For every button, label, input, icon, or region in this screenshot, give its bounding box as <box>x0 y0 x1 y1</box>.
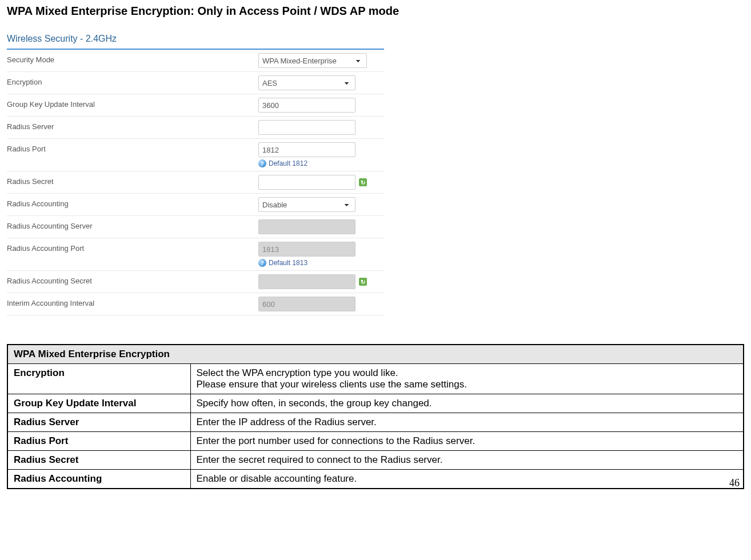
panel-title: Wireless Security - 2.4GHz <box>7 34 384 50</box>
table-row-desc: Specify how often, in seconds, the group… <box>190 394 744 413</box>
label-radius-accounting-port: Radius Accounting Port <box>7 242 258 253</box>
row-group-key: Group Key Update Interval <box>7 94 384 117</box>
table-row-label: Radius Port <box>7 432 190 451</box>
page-number: 46 <box>729 477 740 489</box>
label-radius-accounting: Radius Accounting <box>7 197 258 208</box>
table-row-desc: Enter the IP address of the Radius serve… <box>190 413 744 432</box>
radius-server-input[interactable] <box>258 120 355 135</box>
table-row-desc: Enter the secret required to connect to … <box>190 451 744 470</box>
label-radius-accounting-server: Radius Accounting Server <box>7 219 258 230</box>
table-row: Group Key Update IntervalSpecify how oft… <box>7 394 744 413</box>
radius-accounting-server-input <box>258 219 355 234</box>
table-row-label: Radius Accounting <box>7 470 190 489</box>
refresh-icon[interactable]: ↻ <box>359 278 367 286</box>
table-row-desc: Enable or disable accounting feature. <box>190 470 744 489</box>
label-radius-secret: Radius Secret <box>7 175 258 186</box>
settings-panel: Wireless Security - 2.4GHz Security Mode… <box>7 34 384 315</box>
table-row-label: Radius Server <box>7 413 190 432</box>
row-radius-accounting: Radius Accounting Disable <box>7 194 384 216</box>
table-row-desc: Enter the port number used for connectio… <box>190 432 744 451</box>
refresh-icon[interactable]: ↻ <box>359 178 367 186</box>
label-security-mode: Security Mode <box>7 53 258 64</box>
row-encryption: Encryption AES <box>7 72 384 94</box>
radius-accounting-port-hint-text: Default 1813 <box>269 259 307 267</box>
radius-port-input[interactable] <box>258 142 355 157</box>
table-row: Radius PortEnter the port number used fo… <box>7 432 744 451</box>
radius-port-hint: ? Default 1812 <box>258 159 384 167</box>
label-radius-port: Radius Port <box>7 142 258 153</box>
radius-accounting-port-input <box>258 242 355 257</box>
table-row: EncryptionSelect the WPA encryption type… <box>7 364 744 394</box>
table-row: Radius AccountingEnable or disable accou… <box>7 470 744 489</box>
table-row-label: Encryption <box>7 364 190 394</box>
row-radius-port: Radius Port ? Default 1812 <box>7 139 384 171</box>
label-radius-server: Radius Server <box>7 120 258 131</box>
group-key-input[interactable] <box>258 98 355 113</box>
definition-table: WPA Mixed Enterprise Encryption Encrypti… <box>7 344 744 489</box>
row-radius-accounting-secret: Radius Accounting Secret ↻ <box>7 271 384 293</box>
row-radius-accounting-port: Radius Accounting Port ? Default 1813 <box>7 238 384 271</box>
info-icon: ? <box>258 159 266 167</box>
label-encryption: Encryption <box>7 75 258 86</box>
table-row: Radius ServerEnter the IP address of the… <box>7 413 744 432</box>
table-row: Radius SecretEnter the secret required t… <box>7 451 744 470</box>
page-heading: WPA Mixed Enterprise Encryption: Only in… <box>7 5 744 18</box>
interim-interval-input <box>258 297 355 311</box>
row-radius-secret: Radius Secret ↻ <box>7 171 384 194</box>
label-interim-interval: Interim Accounting Interval <box>7 297 258 307</box>
row-security-mode: Security Mode WPA Mixed-Enterprise <box>7 50 384 72</box>
table-row-label: Group Key Update Interval <box>7 394 190 413</box>
label-group-key: Group Key Update Interval <box>7 98 258 109</box>
radius-secret-input[interactable] <box>258 175 355 190</box>
label-radius-accounting-secret: Radius Accounting Secret <box>7 274 258 285</box>
encryption-select[interactable]: AES <box>258 75 355 90</box>
table-row-desc: Select the WPA encryption type you would… <box>190 364 744 394</box>
table-row-label: Radius Secret <box>7 451 190 470</box>
info-icon: ? <box>258 259 266 267</box>
table-header-row: WPA Mixed Enterprise Encryption <box>7 345 744 364</box>
row-radius-accounting-server: Radius Accounting Server <box>7 216 384 238</box>
table-header: WPA Mixed Enterprise Encryption <box>7 345 744 364</box>
radius-port-hint-text: Default 1812 <box>269 159 307 167</box>
radius-accounting-port-hint: ? Default 1813 <box>258 259 384 267</box>
row-interim-interval: Interim Accounting Interval <box>7 293 384 315</box>
radius-accounting-secret-input <box>258 274 355 289</box>
security-mode-select[interactable]: WPA Mixed-Enterprise <box>258 53 367 68</box>
row-radius-server: Radius Server <box>7 117 384 139</box>
radius-accounting-select[interactable]: Disable <box>258 197 355 212</box>
